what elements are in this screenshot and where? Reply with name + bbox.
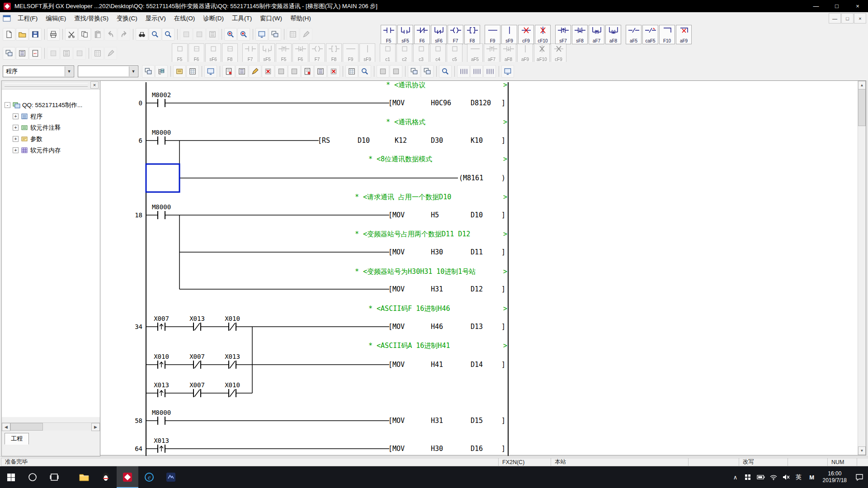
coil-button[interactable]: F7 [448, 25, 463, 44]
find-instruction-button[interactable] [162, 28, 175, 41]
hidden-icons-chevron-icon[interactable]: ∧ [729, 466, 742, 488]
battery-icon[interactable] [755, 466, 767, 488]
ladder-rung[interactable]: 18M8000[MOVH5D10] [135, 203, 505, 220]
program-check-button[interactable] [255, 28, 268, 41]
ladder-rung[interactable]: (M8161) [179, 174, 505, 182]
ladder-rung[interactable]: 6M8000[RSD10K12D30K10] [139, 129, 505, 145]
open-project-button[interactable] [16, 28, 28, 41]
collapse-icon[interactable]: - [5, 102, 10, 108]
mdi-close-button[interactable]: × [854, 13, 866, 23]
application-instruction-button[interactable]: F8 [464, 25, 480, 44]
delete-vertical-line-button[interactable]: cF10 [535, 25, 551, 44]
alias-display-button[interactable] [262, 65, 274, 78]
menu-诊断[interactable]: 诊断(D) [199, 13, 228, 24]
ladder-editor-canvas[interactable]: * <通讯协议>* <通讯格式>* <8位通讯数据模式>* <请求通讯 占用一个… [100, 81, 859, 456]
expand-icon[interactable]: + [13, 136, 19, 142]
editor-vertical-scrollbar[interactable]: ▲ ▼ [858, 81, 866, 455]
find-device-button[interactable] [149, 28, 161, 41]
ladder-rung[interactable]: 0M8002[MOVH0C96D8120] [139, 91, 505, 108]
template-utility-button[interactable] [288, 65, 301, 78]
project-tab[interactable]: 工程 [5, 433, 29, 445]
scroll-down-icon[interactable]: ▼ [858, 446, 866, 455]
menu-查找/替换[interactable]: 查找/替换(S) [70, 13, 113, 24]
tree-scroll-track[interactable] [10, 423, 91, 431]
volume-muted-icon[interactable] [780, 466, 793, 488]
statement-display-button[interactable] [236, 65, 248, 78]
tree-horizontal-scrollbar[interactable]: ◀ ▶ [2, 422, 100, 431]
falling-pulse-parallel-button[interactable]: aF8 [605, 25, 621, 44]
gx-works-taskbar-icon[interactable] [160, 466, 182, 488]
ladder-rung[interactable]: X010X007X013[MOVH41D14] [146, 353, 505, 369]
ladder-rung[interactable]: [MOVH30D11] [179, 248, 505, 256]
menu-工程[interactable]: 工程(F) [14, 13, 42, 24]
line-delete-button[interactable]: aF9 [676, 25, 692, 44]
device-test-mode-button[interactable] [301, 65, 314, 78]
ladder-editor[interactable]: * <通讯协议>* <通讯格式>* <8位通讯数据模式>* <请求通讯 占用一个… [100, 80, 866, 455]
tree-item-参数[interactable]: +参数 [10, 133, 100, 145]
scroll-right-icon[interactable]: ▶ [91, 423, 100, 431]
minimize-button[interactable]: — [806, 0, 826, 12]
macro-utility-button[interactable] [275, 65, 288, 78]
editor-scroll-thumb[interactable] [858, 89, 866, 126]
expand-icon[interactable]: + [13, 147, 19, 153]
comment-columns-3-button[interactable] [483, 65, 496, 78]
internet-explorer-taskbar-icon[interactable]: e [138, 466, 160, 488]
tree-panel-gripper[interactable] [5, 83, 88, 87]
ime-indicator[interactable]: M [805, 466, 819, 488]
tree-item-root[interactable]: -QQ: 552171145制作... [2, 99, 100, 111]
note-display-button[interactable] [249, 65, 261, 78]
action-center-icon[interactable] [851, 466, 868, 488]
falling-pulse-button[interactable]: sF8 [572, 25, 588, 44]
menu-变换[interactable]: 变换(C) [113, 13, 142, 24]
data-name-combo[interactable]: ▼ [78, 66, 138, 77]
scroll-up-icon[interactable]: ▲ [858, 81, 866, 89]
menu-窗口[interactable]: 窗口(W) [256, 13, 286, 24]
grid-display-button[interactable] [345, 65, 358, 78]
menu-工具[interactable]: 工具(T) [228, 13, 256, 24]
ladder-monitor-button[interactable] [204, 65, 217, 78]
network-icon[interactable] [767, 466, 780, 488]
tree-panel-close-icon[interactable]: × [90, 81, 99, 89]
language-indicator[interactable]: 英 [793, 466, 805, 488]
vertical-line-button[interactable]: sF9 [501, 25, 517, 44]
menu-编辑[interactable]: 编辑(E) [42, 13, 70, 24]
transfer-setup-button[interactable] [269, 28, 281, 41]
full-screen-display-button[interactable] [501, 65, 514, 78]
zoom-monitor-button[interactable] [224, 28, 237, 41]
project-data-list-button[interactable] [155, 65, 168, 78]
find-button[interactable] [136, 28, 148, 41]
insert-row-button[interactable] [377, 65, 389, 78]
expand-icon[interactable]: + [13, 113, 19, 119]
copy-button[interactable] [78, 28, 91, 41]
file-explorer-taskbar-icon[interactable] [73, 466, 95, 488]
menu-显示[interactable]: 显示(V) [142, 13, 170, 24]
save-project-button[interactable] [29, 28, 42, 41]
start-taskbar-icon[interactable] [0, 466, 22, 488]
open-contact-parallel-button[interactable]: sF5 [397, 25, 413, 44]
mdi-restore-button[interactable]: □ [841, 13, 854, 23]
comment-display-button[interactable] [222, 65, 235, 78]
instruction-list-button[interactable] [16, 47, 28, 60]
cortana-taskbar-icon[interactable] [22, 466, 43, 488]
ladder-selection-cursor[interactable] [146, 164, 179, 192]
comment-columns-1-button[interactable] [457, 65, 470, 78]
device-comment-edit-button[interactable] [173, 65, 186, 78]
tree-scroll-thumb[interactable] [10, 423, 43, 431]
sampling-trace-button[interactable] [314, 65, 327, 78]
cut-button[interactable] [65, 28, 78, 41]
device-memory-edit-button[interactable] [186, 65, 199, 78]
delete-horizontal-line-button[interactable]: cF9 [518, 25, 534, 44]
scroll-left-icon[interactable]: ◀ [2, 423, 10, 431]
combo-arrow-icon[interactable]: ▼ [65, 66, 73, 76]
comment-columns-2-button[interactable] [470, 65, 483, 78]
new-project-button[interactable] [3, 28, 15, 41]
ladder-rung[interactable]: 34X007X013X010[MOVH46D13] [135, 315, 505, 331]
clock[interactable]: 16:00 2019/7/18 [819, 470, 851, 484]
gx-developer-taskbar-icon[interactable] [117, 466, 138, 488]
task-view-taskbar-icon[interactable] [43, 466, 65, 488]
maximize-button[interactable]: □ [826, 0, 847, 12]
ladder-rung[interactable]: 64X013[MOVH30D16] [135, 437, 505, 453]
invert-operation-button[interactable]: aF5 [626, 25, 642, 44]
close-button[interactable]: × [847, 0, 868, 12]
qq-taskbar-icon[interactable] [95, 466, 117, 488]
